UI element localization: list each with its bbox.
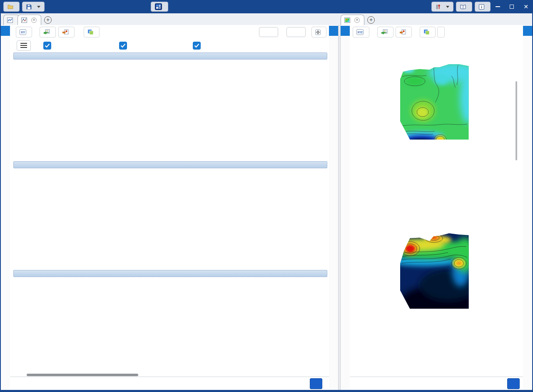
memo-paper-button[interactable] <box>420 27 436 37</box>
right-settings-strip <box>523 25 532 390</box>
vtab-settings[interactable] <box>523 26 532 36</box>
help-button[interactable] <box>456 2 472 12</box>
vertical-scrollbar-thumb[interactable] <box>516 81 517 160</box>
vtab-data-block-list[interactable] <box>341 26 350 36</box>
save-button[interactable] <box>22 2 45 12</box>
checkbox-checked-icon <box>119 42 127 50</box>
ppt-output-button[interactable] <box>396 27 412 37</box>
xy-plot-panel: XY <box>1 25 338 390</box>
chart-bmep-1000 <box>18 168 120 267</box>
chart-thc-2000 <box>222 277 324 373</box>
right-vtab-strip <box>341 25 350 390</box>
svg-text:D: D <box>159 6 161 9</box>
memo-paper-icon <box>423 29 430 35</box>
xy-select-icon: XY <box>20 29 26 35</box>
datagrid-button[interactable] <box>310 378 322 389</box>
section-fuel-rate <box>13 52 329 159</box>
vtab-settings[interactable] <box>329 26 338 36</box>
contour-panel: XYZ <box>341 25 532 390</box>
section-header[interactable] <box>13 52 327 60</box>
info-button[interactable]: i <box>475 2 491 12</box>
contour-bottom-bar <box>350 377 523 390</box>
contour-map-icon <box>344 17 350 23</box>
close-tab-icon[interactable]: ✕ <box>31 17 37 23</box>
item-select-button[interactable]: XY <box>16 27 32 37</box>
xy-bottom-bar <box>10 377 329 390</box>
left-vtab-strip <box>1 25 10 390</box>
section-thc <box>13 270 329 373</box>
item-select-button[interactable]: XYZ <box>353 27 369 37</box>
add-tab-button[interactable]: + <box>44 16 52 24</box>
digital-map-button[interactable]: D <box>151 2 168 12</box>
add-tab-button[interactable]: + <box>367 16 375 24</box>
tab-contour-map[interactable]: ✕ <box>341 15 364 25</box>
xy-plot-icon <box>21 17 27 23</box>
image-output-icon <box>43 29 50 35</box>
settings-button[interactable] <box>431 2 453 12</box>
close-button[interactable]: ✕ <box>519 0 533 13</box>
svg-text:i: i <box>481 5 482 9</box>
folder-icon <box>7 4 13 9</box>
checkbox-2000[interactable] <box>193 42 204 50</box>
ppt-output-icon <box>399 29 406 35</box>
contour-map-thc <box>351 39 523 197</box>
gear-icon <box>315 30 321 35</box>
memo-paper-icon <box>87 29 94 35</box>
contour-content: XYZ <box>350 25 523 390</box>
height-input[interactable] <box>286 27 306 37</box>
section-header[interactable] <box>13 270 327 277</box>
open-button[interactable] <box>3 2 20 12</box>
digital-map-icon: D <box>155 3 162 10</box>
window-bottom-edge <box>0 390 533 392</box>
xy-toolbar: XY <box>10 25 329 39</box>
maximize-button[interactable] <box>505 0 519 13</box>
image-output-button[interactable] <box>40 27 56 37</box>
horizontal-scrollbar[interactable] <box>15 373 324 377</box>
chart-fuel-1000 <box>18 60 120 159</box>
chart-bmep-2000 <box>222 168 324 267</box>
width-input[interactable] <box>259 27 278 37</box>
section-header[interactable] <box>13 161 327 168</box>
ppt-output-button[interactable] <box>58 27 75 37</box>
info-icon: i <box>479 4 484 10</box>
close-tab-icon[interactable]: ✕ <box>354 17 360 23</box>
series-checkbox-row <box>10 40 329 51</box>
truncated-button[interactable] <box>437 27 445 37</box>
contour-map-nox <box>351 208 523 367</box>
settings-icon <box>436 4 441 10</box>
checkbox-1500[interactable] <box>119 42 130 50</box>
minimize-button[interactable] <box>491 0 505 13</box>
main-area: XY <box>0 25 533 390</box>
svg-text:XYZ: XYZ <box>357 31 363 34</box>
chart-fuel-1500 <box>120 60 222 159</box>
tab-bar: ✕ + ✕ + <box>0 13 533 25</box>
chevron-down-icon <box>446 6 449 8</box>
contour-maps-area <box>350 39 523 377</box>
help-book-icon <box>460 4 466 9</box>
save-icon <box>26 4 32 10</box>
xyz-select-icon: XYZ <box>356 29 364 35</box>
item-list-icon <box>7 17 13 23</box>
scrollbar-thumb[interactable] <box>27 374 138 376</box>
ppt-output-icon <box>62 29 69 35</box>
chart-bmep-1500 <box>120 168 222 267</box>
chevron-down-icon <box>37 6 40 8</box>
svg-text:XY: XY <box>21 30 25 34</box>
contour-surface <box>397 61 477 145</box>
memo-paper-button[interactable] <box>84 27 100 37</box>
menu-button[interactable] <box>17 40 31 51</box>
vtab-data-block-list[interactable] <box>1 26 10 36</box>
detail-settings-button[interactable] <box>311 27 326 37</box>
left-settings-strip <box>329 25 338 390</box>
section-bmep <box>13 161 329 267</box>
datagrid-button[interactable] <box>507 378 520 389</box>
image-output-button[interactable] <box>377 27 394 37</box>
chart-thc-1500 <box>120 277 222 373</box>
xy-plot-content: XY <box>10 25 329 390</box>
tab-xy-plot[interactable]: ✕ <box>17 15 41 25</box>
checkbox-checked-icon <box>43 42 51 50</box>
chart-fuel-2000 <box>222 60 324 159</box>
title-bar: D i ✕ <box>0 0 533 13</box>
checkbox-1000[interactable] <box>43 42 55 50</box>
image-output-icon <box>381 29 388 35</box>
